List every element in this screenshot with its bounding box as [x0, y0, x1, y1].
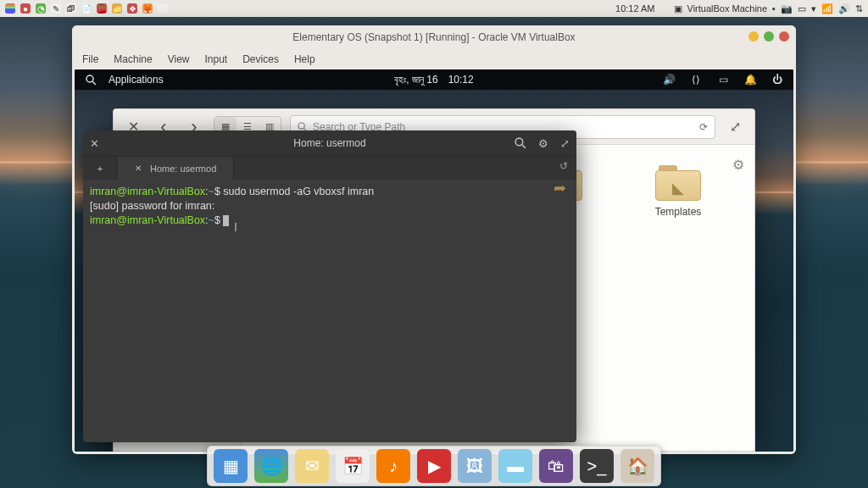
- terminal-window: ✕ Home: usermod ⚙ ⤢ + ✕ Home: usermod ↺ …: [83, 130, 576, 442]
- apps-icon[interactable]: [5, 3, 15, 14]
- text-cursor-icon: I: [234, 219, 237, 236]
- camera2-icon[interactable]: 📷: [781, 3, 793, 14]
- minimize-button[interactable]: [748, 31, 759, 42]
- folder-label: Templates: [655, 206, 702, 218]
- menu-input[interactable]: Input: [205, 53, 228, 65]
- network-icon[interactable]: ▾: [811, 3, 816, 14]
- volume-icon[interactable]: 🔊: [838, 3, 850, 14]
- close-button[interactable]: [779, 31, 789, 42]
- virtualbox-window: Elementary OS (Snapshot 1) [Running] - O…: [72, 25, 796, 454]
- tray-icon[interactable]: [158, 3, 168, 14]
- dock-photos[interactable]: 🖼: [458, 449, 492, 483]
- search-icon[interactable]: [515, 137, 526, 150]
- dock-web[interactable]: 🌐: [254, 449, 288, 483]
- dock-switch[interactable]: ▬: [498, 449, 532, 483]
- menu-help[interactable]: Help: [294, 53, 315, 65]
- dock-calendar[interactable]: 📅: [336, 449, 370, 483]
- terminal-body[interactable]: imran@imran-VirtualBox:~$ sudo usermod -…: [83, 180, 576, 442]
- history-icon[interactable]: ↺: [559, 160, 568, 172]
- fullscreen-icon[interactable]: ⤢: [560, 137, 570, 150]
- tray-icon[interactable]: ✎: [51, 3, 61, 14]
- camera-icon[interactable]: ▪: [772, 3, 776, 14]
- host-top-panel: ● ◔ ✎ 🗊 📄 🍒 📁 ❖ 🦊 10:12 AM ▣ VirtualBox …: [0, 0, 868, 17]
- search-icon[interactable]: [85, 74, 97, 86]
- close-button[interactable]: ✕: [90, 137, 99, 150]
- tray-icon[interactable]: 📄: [81, 3, 92, 14]
- panel-date[interactable]: বৃহঃ, জানু 16: [394, 74, 437, 86]
- dock-store[interactable]: 🛍: [539, 449, 573, 483]
- dock-workspaces[interactable]: ▦: [214, 449, 248, 483]
- tray-icon[interactable]: 🗊: [66, 3, 76, 14]
- expand-icon[interactable]: ⤢: [724, 116, 746, 138]
- menu-file[interactable]: File: [82, 53, 98, 65]
- panel-time[interactable]: 10:12: [448, 74, 474, 86]
- display-icon[interactable]: ⟨⟩: [690, 74, 702, 86]
- power-icon[interactable]: ⏻: [771, 74, 783, 86]
- host-clock[interactable]: 10:12 AM: [615, 3, 654, 14]
- menu-devices[interactable]: Devices: [242, 53, 279, 65]
- svg-line-1: [92, 81, 96, 85]
- new-tab-button[interactable]: +: [83, 157, 118, 180]
- sudo-prompt: [sudo] password for imran:: [90, 200, 218, 212]
- tab-close-icon[interactable]: ✕: [135, 164, 142, 173]
- terminal-titlebar[interactable]: ✕ Home: usermod ⚙ ⤢: [83, 130, 576, 156]
- vm-indicator-label[interactable]: VirtualBox Machine: [687, 3, 768, 14]
- terminal-tab[interactable]: ✕ Home: usermod: [118, 157, 234, 180]
- gear-icon[interactable]: ⚙: [732, 157, 744, 173]
- reload-icon[interactable]: ⟳: [699, 121, 708, 133]
- vb-menubar: File Machine View Input Devices Help: [72, 49, 796, 69]
- svg-point-2: [298, 122, 304, 128]
- tray-icon[interactable]: 📁: [112, 3, 122, 14]
- terminal-tabbar: + ✕ Home: usermod ↺: [83, 156, 576, 180]
- maximize-button[interactable]: [764, 31, 774, 42]
- dock-video[interactable]: ▶: [417, 449, 451, 483]
- folder-templates[interactable]: ◣ Templates: [644, 162, 712, 434]
- dock-music[interactable]: ♪: [376, 449, 410, 483]
- command-text: sudo usermod -aG vboxsf imran: [223, 186, 374, 197]
- vm-icon: ▣: [674, 3, 682, 14]
- dock-terminal[interactable]: >_: [580, 449, 614, 483]
- host-dock: ▦ 🌐 ✉ 📅 ♪ ▶ 🖼 ▬ 🛍 >_ 🏠: [207, 446, 661, 486]
- svg-point-0: [86, 75, 93, 82]
- battery-icon[interactable]: ▭: [717, 74, 729, 86]
- vb-titlebar[interactable]: Elementary OS (Snapshot 1) [Running] - O…: [72, 25, 796, 49]
- share-icon: ➦: [554, 179, 566, 197]
- display-icon[interactable]: ▭: [798, 3, 806, 14]
- guest-screen: Applications বৃহঃ, জানু 16 10:12 🔊 ⟨⟩ ▭ …: [75, 69, 793, 452]
- vb-title: Elementary OS (Snapshot 1) [Running] - O…: [292, 31, 575, 43]
- menu-view[interactable]: View: [168, 53, 190, 65]
- dock-files[interactable]: 🏠: [620, 449, 654, 483]
- volume-icon[interactable]: 🔊: [663, 74, 675, 86]
- firefox-icon[interactable]: 🦊: [142, 3, 153, 14]
- wifi-icon[interactable]: 📶: [821, 3, 833, 14]
- bell-icon[interactable]: 🔔: [744, 74, 756, 86]
- wingpanel: Applications বৃহঃ, জানু 16 10:12 🔊 ⟨⟩ ▭ …: [75, 69, 793, 90]
- cursor: [223, 215, 229, 226]
- tray-icon[interactable]: ❖: [127, 3, 137, 14]
- dock-mail[interactable]: ✉: [295, 449, 329, 483]
- tray-icon[interactable]: ◔: [36, 3, 46, 14]
- tray-icon[interactable]: ●: [20, 3, 31, 14]
- template-icon: ◣: [672, 179, 684, 197]
- applications-button[interactable]: Applications: [108, 74, 164, 86]
- tray-icon[interactable]: 🍒: [97, 3, 107, 14]
- svg-line-5: [522, 144, 526, 147]
- tab-label: Home: usermod: [150, 164, 216, 174]
- gear-icon[interactable]: ⚙: [538, 137, 548, 150]
- terminal-title: Home: usermod: [293, 137, 365, 149]
- svg-point-4: [515, 138, 523, 146]
- menu-machine[interactable]: Machine: [114, 53, 152, 65]
- power-menu-icon[interactable]: ⇅: [855, 3, 863, 14]
